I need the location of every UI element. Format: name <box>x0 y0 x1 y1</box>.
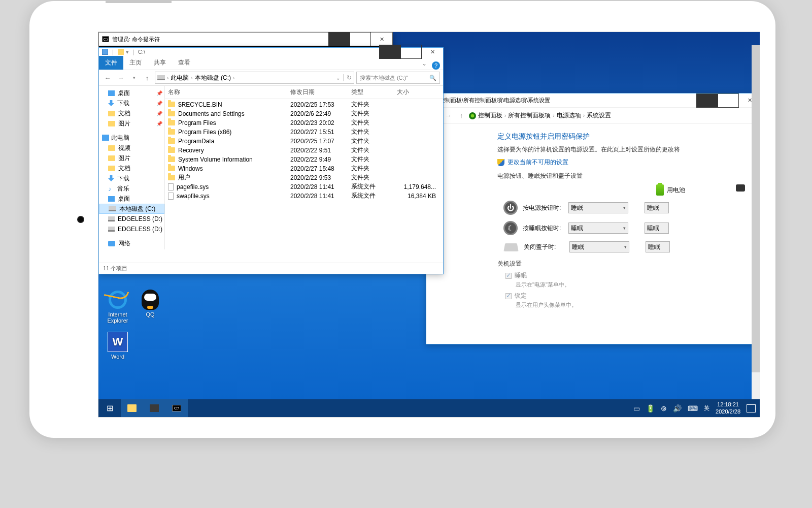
nav-item[interactable]: 下载 <box>99 173 164 183</box>
desktop-icon[interactable]: WWord <box>103 332 133 360</box>
volume-icon[interactable]: 🔊 <box>673 404 682 412</box>
explorer-qat[interactable]: ｜ ▾ ｜ C:\ ✕ <box>99 48 443 56</box>
tab-share[interactable]: 共享 <box>148 56 172 70</box>
system-tray[interactable]: ▭ 🔋 ⊚ 🔊 ⌨ 英 12:18:21 2020/2/28 <box>629 399 760 417</box>
scrollbar[interactable] <box>752 45 760 417</box>
breadcrumb-item[interactable]: 电源选项 <box>557 112 581 119</box>
table-row[interactable]: Windows2020/2/27 15:48文件夹 <box>165 163 443 172</box>
table-row[interactable]: Program Files (x86)2020/2/27 15:51文件夹 <box>165 126 443 136</box>
explorer-window[interactable]: ｜ ▾ ｜ C:\ ✕ 文件 主页 共享 查看 ⌄ ? ← → <box>98 47 444 274</box>
icon-label: Internet Explorer <box>103 311 133 324</box>
breadcrumb-item[interactable]: 所有控制面板项 <box>508 112 551 119</box>
power-select-battery[interactable]: 睡眠▾ <box>568 202 628 213</box>
nav-item[interactable]: 文档📌 <box>99 108 164 118</box>
nav-item[interactable]: ♪音乐 <box>99 183 164 194</box>
power-select-plugged[interactable]: 睡眠 <box>645 223 669 234</box>
file-list[interactable]: 名称 修改日期 类型 大小 $RECYCLE.BIN2020/2/25 17:5… <box>165 86 443 249</box>
breadcrumb-item[interactable]: 本地磁盘 (C:) <box>195 74 231 81</box>
col-name[interactable]: 名称 <box>168 88 290 97</box>
table-row[interactable]: System Volume Information2020/2/22 9:49文… <box>165 154 443 163</box>
col-size[interactable]: 大小 <box>397 88 440 97</box>
address-bar[interactable]: › 此电脑›本地磁盘 (C:)› ⌄ ↻ <box>155 72 354 84</box>
taskbar-explorer[interactable] <box>121 399 143 417</box>
nav-item[interactable]: 桌面 <box>99 194 164 204</box>
nav-item[interactable]: 文档 <box>99 163 164 173</box>
desktop-icon[interactable]: Internet Explorer <box>103 290 133 324</box>
minimize-button[interactable] <box>696 93 718 108</box>
folder-icon <box>168 156 175 162</box>
nav-item[interactable]: 桌面📌 <box>99 88 164 98</box>
keyboard-icon[interactable]: ⌨ <box>688 404 698 412</box>
close-button[interactable]: ✕ <box>371 32 392 46</box>
pin-icon: 📌 <box>156 111 162 116</box>
maximize-button[interactable] <box>718 93 739 108</box>
nav-thispc[interactable]: 此电脑 <box>99 133 164 143</box>
nav-network[interactable]: 网络 <box>99 238 164 248</box>
ribbon-expand[interactable]: ⌄ <box>417 57 432 70</box>
tab-home[interactable]: 主页 <box>123 56 148 70</box>
breadcrumb-item[interactable]: 控制面板 <box>478 112 502 119</box>
table-row[interactable]: ProgramData2020/2/25 17:07文件夹 <box>165 136 443 145</box>
table-row[interactable]: $RECYCLE.BIN2020/2/25 17:53文件夹 <box>165 99 443 108</box>
taskbar-settings[interactable] <box>143 399 165 417</box>
battery-icon[interactable]: 🔋 <box>646 404 655 412</box>
power-select-plugged[interactable]: 睡眠 <box>646 241 670 252</box>
tab-file[interactable]: 文件 <box>99 56 123 70</box>
nav-item[interactable]: 本地磁盘 (C:) <box>99 204 164 214</box>
search-input[interactable]: 搜索"本地磁盘 (C:)" 🔍 <box>356 72 440 84</box>
cpanel-admin-link[interactable]: 更改当前不可用的设置 <box>497 158 760 167</box>
close-button[interactable]: ✕ <box>422 45 443 59</box>
taskbar-cmd[interactable]: C:\ <box>165 399 188 417</box>
nav-up[interactable]: ↑ <box>142 72 153 83</box>
nav-up[interactable]: ↑ <box>456 110 467 121</box>
tablet-mode-icon[interactable]: ▭ <box>633 404 640 412</box>
clock[interactable]: 12:18:21 2020/2/28 <box>716 401 740 416</box>
tab-view[interactable]: 查看 <box>172 56 196 70</box>
cpanel-address-bar[interactable]: ← → ↑ 控制面板›所有控制面板项›电源选项›系统设置 <box>426 108 760 124</box>
table-row[interactable]: 用户2020/2/22 9:53文件夹 <box>165 172 443 181</box>
notifications-icon[interactable] <box>747 404 756 412</box>
help-icon[interactable]: ? <box>432 61 440 70</box>
maximize-button[interactable] <box>350 32 371 46</box>
power-select-battery[interactable]: 睡眠▾ <box>568 223 628 234</box>
minimize-button[interactable] <box>379 45 400 59</box>
address-dropdown[interactable]: ⌄ <box>336 75 340 81</box>
nav-history[interactable]: ▾ <box>128 72 140 83</box>
table-row[interactable]: pagefile.sys2020/2/28 11:41系统文件1,179,648… <box>165 181 443 190</box>
cpanel-titlebar[interactable]: 控制面板\所有控制面板项\电源选项\系统设置 ✕ <box>426 93 760 108</box>
control-panel-window[interactable]: 控制面板\所有控制面板项\电源选项\系统设置 ✕ ← → ↑ 控制面板›所有控制… <box>426 93 760 344</box>
table-row[interactable]: swapfile.sys2020/2/28 11:41系统文件16,384 KB <box>165 190 443 200</box>
nav-back[interactable]: ← <box>102 72 113 83</box>
breadcrumb-item[interactable]: 此电脑 <box>171 74 189 81</box>
nav-forward[interactable]: → <box>115 72 126 83</box>
start-button[interactable]: ⊞ <box>98 399 121 417</box>
desktop-icon[interactable]: QQ <box>135 290 165 318</box>
cmd-titlebar[interactable]: C:\ 管理员: 命令提示符 ✕ <box>99 33 392 46</box>
status-bar: 11 个项目 <box>99 263 443 274</box>
power-select-battery[interactable]: 睡眠▾ <box>569 241 629 252</box>
refresh-button[interactable]: ↻ <box>343 74 352 81</box>
nav-item[interactable]: 视频 <box>99 143 164 153</box>
table-row[interactable]: Recovery2020/2/22 9:51文件夹 <box>165 145 443 154</box>
taskbar[interactable]: ⊞ C:\ ▭ 🔋 ⊚ 🔊 ⌨ 英 12:18:21 2020/2/28 <box>98 399 760 417</box>
wifi-icon[interactable]: ⊚ <box>661 404 667 412</box>
ime-indicator[interactable]: 英 <box>704 404 709 412</box>
nav-item[interactable]: 下载📌 <box>99 98 164 108</box>
breadcrumb-item[interactable]: 系统设置 <box>587 112 611 119</box>
folder-icon <box>108 121 115 126</box>
cmd-title: 管理员: 命令提示符 <box>112 36 160 43</box>
table-row[interactable]: Documents and Settings2020/2/6 22:49文件夹 <box>165 108 443 117</box>
nav-item[interactable]: 图片 <box>99 153 164 163</box>
nav-item[interactable]: EDGELESS (D:) <box>99 224 164 234</box>
col-date[interactable]: 修改日期 <box>290 88 351 97</box>
maximize-button[interactable] <box>400 45 422 59</box>
nav-item[interactable]: EDGELESS (D:) <box>99 214 164 224</box>
nav-item[interactable]: 图片📌 <box>99 118 164 129</box>
col-type[interactable]: 类型 <box>351 88 397 97</box>
minimize-button[interactable] <box>328 32 350 46</box>
power-select-plugged[interactable]: 睡眠 <box>645 202 669 213</box>
shield-icon <box>497 159 504 166</box>
nav-forward[interactable]: → <box>443 110 454 121</box>
nav-pane[interactable]: 桌面📌下载📌文档📌图片📌 此电脑 视频图片文档下载♪音乐桌面本地磁盘 (C:)E… <box>99 86 165 249</box>
table-row[interactable]: Program Files2020/2/23 20:02文件夹 <box>165 117 443 126</box>
